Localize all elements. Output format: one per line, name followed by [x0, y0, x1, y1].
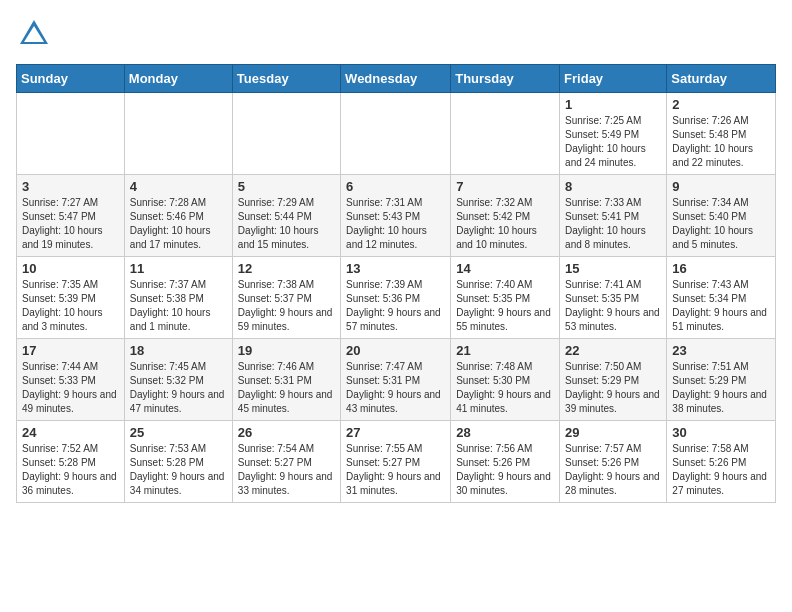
page-header — [16, 16, 776, 52]
day-number: 13 — [346, 261, 445, 276]
day-info: Sunrise: 7:39 AM Sunset: 5:36 PM Dayligh… — [346, 278, 445, 334]
day-number: 16 — [672, 261, 770, 276]
day-number: 21 — [456, 343, 554, 358]
day-number: 4 — [130, 179, 227, 194]
calendar-day-cell: 9Sunrise: 7:34 AM Sunset: 5:40 PM Daylig… — [667, 175, 776, 257]
day-info: Sunrise: 7:50 AM Sunset: 5:29 PM Dayligh… — [565, 360, 661, 416]
calendar-day-cell — [124, 93, 232, 175]
calendar-day-cell: 6Sunrise: 7:31 AM Sunset: 5:43 PM Daylig… — [341, 175, 451, 257]
day-number: 6 — [346, 179, 445, 194]
calendar-week-row: 1Sunrise: 7:25 AM Sunset: 5:49 PM Daylig… — [17, 93, 776, 175]
day-info: Sunrise: 7:54 AM Sunset: 5:27 PM Dayligh… — [238, 442, 335, 498]
day-number: 28 — [456, 425, 554, 440]
day-number: 23 — [672, 343, 770, 358]
day-number: 5 — [238, 179, 335, 194]
day-info: Sunrise: 7:48 AM Sunset: 5:30 PM Dayligh… — [456, 360, 554, 416]
calendar-day-cell: 18Sunrise: 7:45 AM Sunset: 5:32 PM Dayli… — [124, 339, 232, 421]
day-number: 26 — [238, 425, 335, 440]
day-info: Sunrise: 7:31 AM Sunset: 5:43 PM Dayligh… — [346, 196, 445, 252]
logo — [16, 16, 56, 52]
calendar-day-cell: 14Sunrise: 7:40 AM Sunset: 5:35 PM Dayli… — [451, 257, 560, 339]
calendar-day-cell: 27Sunrise: 7:55 AM Sunset: 5:27 PM Dayli… — [341, 421, 451, 503]
day-of-week-header: Monday — [124, 65, 232, 93]
calendar-day-cell: 2Sunrise: 7:26 AM Sunset: 5:48 PM Daylig… — [667, 93, 776, 175]
calendar-week-row: 3Sunrise: 7:27 AM Sunset: 5:47 PM Daylig… — [17, 175, 776, 257]
calendar-day-cell: 30Sunrise: 7:58 AM Sunset: 5:26 PM Dayli… — [667, 421, 776, 503]
day-info: Sunrise: 7:47 AM Sunset: 5:31 PM Dayligh… — [346, 360, 445, 416]
day-info: Sunrise: 7:26 AM Sunset: 5:48 PM Dayligh… — [672, 114, 770, 170]
day-number: 30 — [672, 425, 770, 440]
day-info: Sunrise: 7:53 AM Sunset: 5:28 PM Dayligh… — [130, 442, 227, 498]
calendar-day-cell — [232, 93, 340, 175]
calendar-day-cell — [341, 93, 451, 175]
calendar-week-row: 17Sunrise: 7:44 AM Sunset: 5:33 PM Dayli… — [17, 339, 776, 421]
day-info: Sunrise: 7:55 AM Sunset: 5:27 PM Dayligh… — [346, 442, 445, 498]
day-number: 19 — [238, 343, 335, 358]
day-of-week-header: Sunday — [17, 65, 125, 93]
day-of-week-header: Friday — [560, 65, 667, 93]
day-number: 9 — [672, 179, 770, 194]
day-info: Sunrise: 7:35 AM Sunset: 5:39 PM Dayligh… — [22, 278, 119, 334]
day-info: Sunrise: 7:33 AM Sunset: 5:41 PM Dayligh… — [565, 196, 661, 252]
day-info: Sunrise: 7:37 AM Sunset: 5:38 PM Dayligh… — [130, 278, 227, 334]
calendar-day-cell: 4Sunrise: 7:28 AM Sunset: 5:46 PM Daylig… — [124, 175, 232, 257]
day-info: Sunrise: 7:40 AM Sunset: 5:35 PM Dayligh… — [456, 278, 554, 334]
day-info: Sunrise: 7:58 AM Sunset: 5:26 PM Dayligh… — [672, 442, 770, 498]
calendar-day-cell: 28Sunrise: 7:56 AM Sunset: 5:26 PM Dayli… — [451, 421, 560, 503]
calendar-day-cell: 8Sunrise: 7:33 AM Sunset: 5:41 PM Daylig… — [560, 175, 667, 257]
day-number: 22 — [565, 343, 661, 358]
day-number: 11 — [130, 261, 227, 276]
day-number: 3 — [22, 179, 119, 194]
day-info: Sunrise: 7:45 AM Sunset: 5:32 PM Dayligh… — [130, 360, 227, 416]
calendar-day-cell: 29Sunrise: 7:57 AM Sunset: 5:26 PM Dayli… — [560, 421, 667, 503]
day-of-week-header: Tuesday — [232, 65, 340, 93]
day-number: 2 — [672, 97, 770, 112]
calendar-day-cell: 20Sunrise: 7:47 AM Sunset: 5:31 PM Dayli… — [341, 339, 451, 421]
day-number: 27 — [346, 425, 445, 440]
day-number: 15 — [565, 261, 661, 276]
day-number: 14 — [456, 261, 554, 276]
calendar-day-cell: 25Sunrise: 7:53 AM Sunset: 5:28 PM Dayli… — [124, 421, 232, 503]
day-number: 8 — [565, 179, 661, 194]
day-number: 7 — [456, 179, 554, 194]
calendar-day-cell: 23Sunrise: 7:51 AM Sunset: 5:29 PM Dayli… — [667, 339, 776, 421]
calendar-day-cell: 10Sunrise: 7:35 AM Sunset: 5:39 PM Dayli… — [17, 257, 125, 339]
calendar-day-cell: 11Sunrise: 7:37 AM Sunset: 5:38 PM Dayli… — [124, 257, 232, 339]
calendar-week-row: 24Sunrise: 7:52 AM Sunset: 5:28 PM Dayli… — [17, 421, 776, 503]
calendar-day-cell — [17, 93, 125, 175]
day-info: Sunrise: 7:41 AM Sunset: 5:35 PM Dayligh… — [565, 278, 661, 334]
calendar-day-cell: 19Sunrise: 7:46 AM Sunset: 5:31 PM Dayli… — [232, 339, 340, 421]
logo-icon — [16, 16, 52, 52]
day-info: Sunrise: 7:34 AM Sunset: 5:40 PM Dayligh… — [672, 196, 770, 252]
calendar-day-cell: 7Sunrise: 7:32 AM Sunset: 5:42 PM Daylig… — [451, 175, 560, 257]
day-info: Sunrise: 7:57 AM Sunset: 5:26 PM Dayligh… — [565, 442, 661, 498]
calendar-day-cell: 22Sunrise: 7:50 AM Sunset: 5:29 PM Dayli… — [560, 339, 667, 421]
day-info: Sunrise: 7:44 AM Sunset: 5:33 PM Dayligh… — [22, 360, 119, 416]
calendar-day-cell: 16Sunrise: 7:43 AM Sunset: 5:34 PM Dayli… — [667, 257, 776, 339]
calendar-week-row: 10Sunrise: 7:35 AM Sunset: 5:39 PM Dayli… — [17, 257, 776, 339]
day-number: 29 — [565, 425, 661, 440]
day-number: 17 — [22, 343, 119, 358]
calendar-day-cell: 3Sunrise: 7:27 AM Sunset: 5:47 PM Daylig… — [17, 175, 125, 257]
day-number: 18 — [130, 343, 227, 358]
day-info: Sunrise: 7:32 AM Sunset: 5:42 PM Dayligh… — [456, 196, 554, 252]
day-info: Sunrise: 7:28 AM Sunset: 5:46 PM Dayligh… — [130, 196, 227, 252]
calendar-day-cell: 26Sunrise: 7:54 AM Sunset: 5:27 PM Dayli… — [232, 421, 340, 503]
calendar-day-cell: 15Sunrise: 7:41 AM Sunset: 5:35 PM Dayli… — [560, 257, 667, 339]
calendar-header-row: SundayMondayTuesdayWednesdayThursdayFrid… — [17, 65, 776, 93]
day-of-week-header: Saturday — [667, 65, 776, 93]
day-info: Sunrise: 7:38 AM Sunset: 5:37 PM Dayligh… — [238, 278, 335, 334]
day-info: Sunrise: 7:52 AM Sunset: 5:28 PM Dayligh… — [22, 442, 119, 498]
day-number: 20 — [346, 343, 445, 358]
calendar-day-cell: 21Sunrise: 7:48 AM Sunset: 5:30 PM Dayli… — [451, 339, 560, 421]
day-info: Sunrise: 7:29 AM Sunset: 5:44 PM Dayligh… — [238, 196, 335, 252]
day-number: 12 — [238, 261, 335, 276]
day-number: 1 — [565, 97, 661, 112]
day-of-week-header: Wednesday — [341, 65, 451, 93]
day-info: Sunrise: 7:25 AM Sunset: 5:49 PM Dayligh… — [565, 114, 661, 170]
day-number: 10 — [22, 261, 119, 276]
day-info: Sunrise: 7:27 AM Sunset: 5:47 PM Dayligh… — [22, 196, 119, 252]
day-number: 24 — [22, 425, 119, 440]
calendar-day-cell: 12Sunrise: 7:38 AM Sunset: 5:37 PM Dayli… — [232, 257, 340, 339]
calendar-day-cell: 13Sunrise: 7:39 AM Sunset: 5:36 PM Dayli… — [341, 257, 451, 339]
